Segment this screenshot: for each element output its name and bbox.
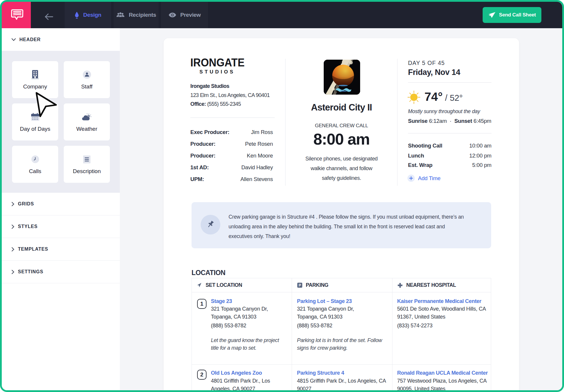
svg-text:P: P xyxy=(299,283,301,287)
